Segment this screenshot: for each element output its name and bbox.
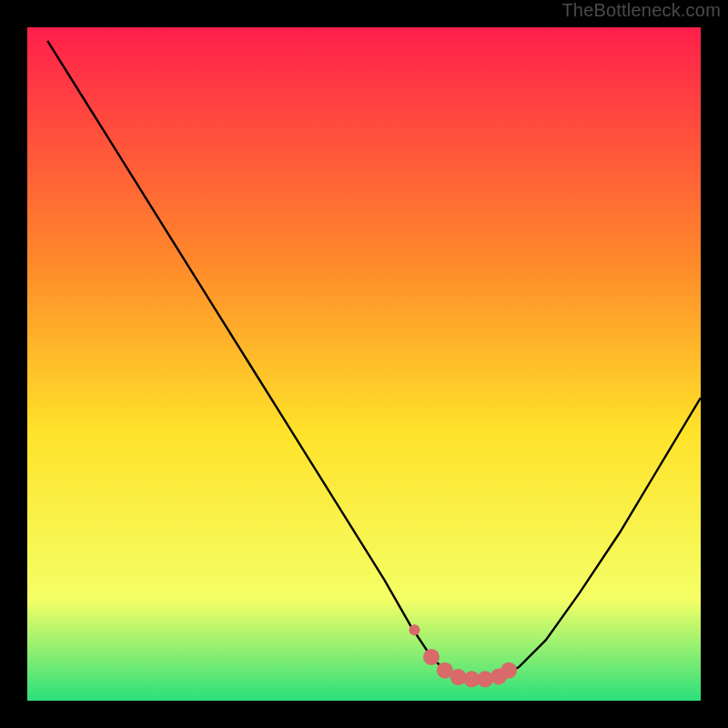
watermark-text: TheBottleneck.com [561, 0, 721, 21]
optimal-marker [500, 662, 517, 679]
optimal-marker [410, 624, 420, 635]
optimal-marker [423, 649, 440, 665]
chart-frame: TheBottleneck.com [0, 0, 728, 728]
gradient-background [27, 27, 701, 701]
plot-svg [27, 27, 701, 701]
bottleneck-plot [27, 27, 701, 701]
